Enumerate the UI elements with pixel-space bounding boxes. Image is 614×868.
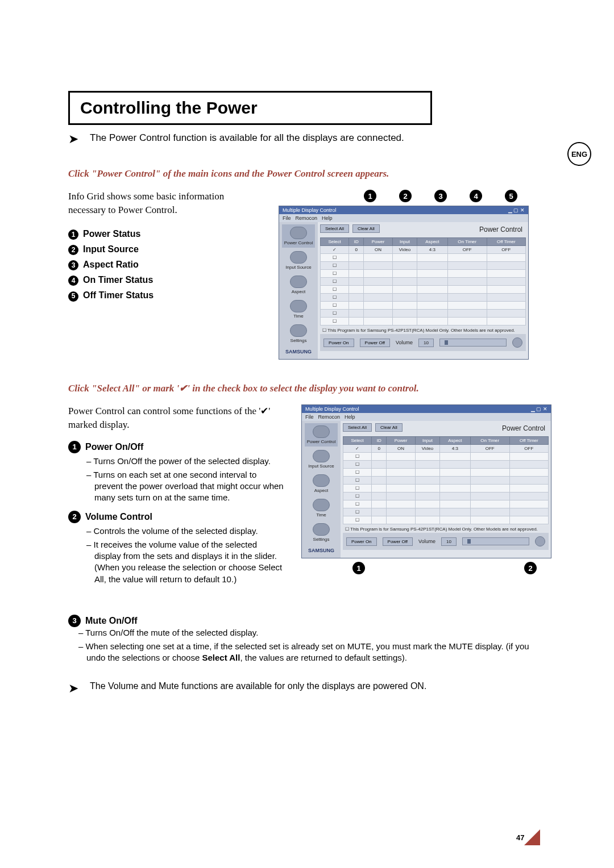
input-icon [290,251,307,264]
page-number: 47 [523,828,540,845]
table-row[interactable]: ☐ [321,262,526,270]
checkbox[interactable]: ☐ [343,516,372,524]
volume-slider[interactable] [439,339,507,347]
table-row[interactable]: ☐ [321,302,526,310]
sidebar-label: Settings [291,338,307,343]
power-on-button[interactable]: Power On [346,537,377,546]
mute-button[interactable] [535,536,545,546]
mute-button[interactable] [512,337,522,348]
app-sidebar: Power Control Input Source Aspect Time S… [279,222,318,359]
sidebar-aspect[interactable]: Aspect [282,273,315,297]
sidebar-aspect[interactable]: Aspect [305,472,338,495]
arrow-icon: ➤ [68,133,78,145]
aspect-icon [290,276,307,288]
clear-all-button[interactable]: Clear All [375,423,403,432]
power-on-button[interactable]: Power On [323,339,354,347]
select-all-button[interactable]: Select All [343,423,372,432]
table-row[interactable]: ☐ [343,477,549,485]
power-off-button[interactable]: Power Off [360,339,390,347]
table-row[interactable]: ☐ [343,453,549,461]
app-footer: Power On Power Off Volume 10 [343,533,549,550]
volume-value: 10 [418,339,434,347]
table-row[interactable]: ☐ [343,485,549,493]
volume-slider[interactable] [462,537,529,545]
callout-4: 4 [470,190,482,202]
checkbox[interactable]: ☐ [321,278,349,286]
checkbox[interactable]: ☐ [321,270,349,278]
cell-off-timer: OFF [509,445,548,453]
table-row[interactable]: ☐ [343,469,549,477]
sidebar-label: Power Control [307,439,336,444]
table-row[interactable]: ✓ 0 ON Video 4:3 OFF OFF [321,246,526,254]
checkbox[interactable]: ☐ [343,500,372,508]
clear-all-button[interactable]: Clear All [352,224,380,233]
checkbox[interactable]: ☐ [343,477,372,485]
table-row[interactable]: ☐ [321,318,526,326]
table-row[interactable]: ☐ [343,508,549,516]
detail-item-3: 3Mute On/Off Turns On/Off the mute of th… [68,615,546,664]
table-row[interactable]: ☐ [343,500,549,508]
sidebar-input-source[interactable]: Input Source [282,249,315,272]
checkbox[interactable]: ☐ [321,262,349,270]
checkbox[interactable]: ☐ [321,318,349,326]
sidebar-power-control[interactable]: Power Control [282,224,315,248]
table-row[interactable]: ☐ [321,254,526,262]
sidebar-settings[interactable]: Settings [305,521,338,544]
checkbox[interactable]: ☐ [321,294,349,302]
detail-list: 1Power On/Off Turns On/Off the power of … [68,441,284,585]
checkbox[interactable]: ☐ [343,461,372,469]
sidebar-time[interactable]: Time [282,298,315,321]
col-power: Power [364,238,393,246]
checkbox[interactable]: ☐ [343,508,372,516]
sidebar-label: Input Source [308,464,334,469]
checkbox[interactable]: ☐ [321,302,349,310]
checkbox[interactable]: ☐ [321,286,349,294]
table-row[interactable]: ☐ [321,270,526,278]
sidebar-label: Input Source [285,265,311,270]
power-off-button[interactable]: Power Off [383,537,413,546]
checkbox[interactable]: ☐ [343,453,372,461]
table-row[interactable]: ☐ [321,310,526,318]
menu-help[interactable]: Help [345,414,355,420]
display-grid: Select ID Power Input Aspect On Timer Of… [343,436,549,524]
grid-header-row: Select ID Power Input Aspect On Timer Of… [343,437,549,445]
table-row[interactable]: ☐ [343,516,549,524]
menu-help[interactable]: Help [322,215,333,221]
section-2-left: Power Control can control some functions… [68,404,284,592]
menu-file[interactable]: File [305,414,314,420]
checkbox[interactable]: ☐ [343,469,372,477]
menu-file[interactable]: File [283,215,291,221]
settings-icon [290,324,307,337]
callout-b2: 2 [524,562,537,574]
checkbox[interactable]: ☐ [321,310,349,318]
table-row[interactable]: ☐ [343,461,549,469]
checkbox[interactable]: ✓ [321,246,349,254]
status-label: Power Status [83,229,140,239]
table-row[interactable]: ☐ [321,294,526,302]
sidebar-power-control[interactable]: Power Control [305,423,338,446]
select-all-button[interactable]: Select All [320,224,349,233]
window-controls-icon[interactable]: ▁ ▢ ✕ [531,406,547,412]
menu-remocon[interactable]: Remocon [296,215,318,221]
menu-remocon[interactable]: Remocon [318,414,341,420]
arrow-icon: ➤ [68,682,78,695]
checkbox[interactable]: ☐ [343,485,372,493]
sidebar-label: Power Control [284,240,313,245]
desc2: Power Control can control some functions… [68,404,284,432]
sidebar-settings[interactable]: Settings [282,322,315,345]
table-row[interactable]: ☐ [321,286,526,294]
checkbox[interactable]: ☐ [343,493,372,500]
table-row[interactable]: ☐ [321,278,526,286]
checkbox[interactable]: ☐ [321,254,349,262]
table-row[interactable]: ✓ 0 ON Video 4:3 OFF OFF [343,445,549,453]
sidebar-input-source[interactable]: Input Source [305,448,338,471]
sidebar-time[interactable]: Time [305,496,338,520]
instruction-1: Click "Power Control" of the main icons … [68,168,546,180]
table-row[interactable]: ☐ [343,493,549,500]
panel-title: Power Control [479,226,522,233]
checkbox[interactable]: ✓ [343,445,372,453]
app-menu: File Remocon Help [302,413,551,421]
cell-input: Video [393,246,417,254]
window-controls-icon[interactable]: ▁ ▢ ✕ [508,207,525,213]
cell-id: 0 [349,246,364,254]
